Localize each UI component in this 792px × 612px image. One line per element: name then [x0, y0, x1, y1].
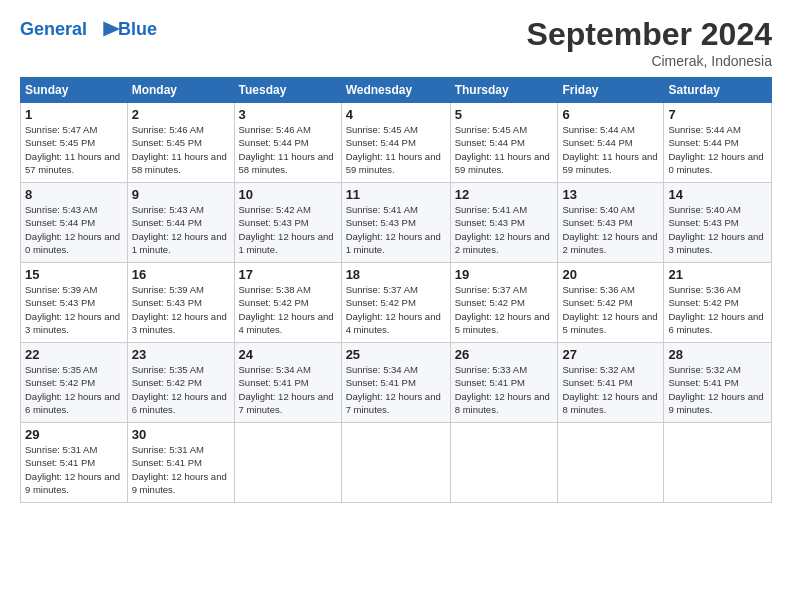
calendar-day-header: Monday: [127, 78, 234, 103]
day-info: Sunrise: 5:44 AMSunset: 5:44 PMDaylight:…: [668, 124, 763, 175]
day-number: 27: [562, 347, 659, 362]
calendar-day-cell: [234, 423, 341, 503]
day-number: 3: [239, 107, 337, 122]
day-number: 6: [562, 107, 659, 122]
day-info: Sunrise: 5:41 AMSunset: 5:43 PMDaylight:…: [455, 204, 550, 255]
calendar-day-header: Thursday: [450, 78, 558, 103]
calendar-day-cell: 15 Sunrise: 5:39 AMSunset: 5:43 PMDaylig…: [21, 263, 128, 343]
day-info: Sunrise: 5:34 AMSunset: 5:41 PMDaylight:…: [239, 364, 334, 415]
calendar-day-cell: 14 Sunrise: 5:40 AMSunset: 5:43 PMDaylig…: [664, 183, 772, 263]
day-number: 2: [132, 107, 230, 122]
calendar-day-cell: 8 Sunrise: 5:43 AMSunset: 5:44 PMDayligh…: [21, 183, 128, 263]
day-number: 19: [455, 267, 554, 282]
day-number: 14: [668, 187, 767, 202]
day-info: Sunrise: 5:43 AMSunset: 5:44 PMDaylight:…: [25, 204, 120, 255]
day-number: 13: [562, 187, 659, 202]
logo-text: General: [20, 16, 122, 44]
day-number: 9: [132, 187, 230, 202]
day-info: Sunrise: 5:38 AMSunset: 5:42 PMDaylight:…: [239, 284, 334, 335]
calendar-header-row: SundayMondayTuesdayWednesdayThursdayFrid…: [21, 78, 772, 103]
calendar-week-row: 8 Sunrise: 5:43 AMSunset: 5:44 PMDayligh…: [21, 183, 772, 263]
day-number: 21: [668, 267, 767, 282]
day-info: Sunrise: 5:44 AMSunset: 5:44 PMDaylight:…: [562, 124, 657, 175]
day-info: Sunrise: 5:32 AMSunset: 5:41 PMDaylight:…: [562, 364, 657, 415]
day-number: 28: [668, 347, 767, 362]
day-info: Sunrise: 5:36 AMSunset: 5:42 PMDaylight:…: [668, 284, 763, 335]
day-number: 16: [132, 267, 230, 282]
day-number: 1: [25, 107, 123, 122]
calendar-day-cell: 9 Sunrise: 5:43 AMSunset: 5:44 PMDayligh…: [127, 183, 234, 263]
day-number: 22: [25, 347, 123, 362]
day-number: 12: [455, 187, 554, 202]
day-info: Sunrise: 5:39 AMSunset: 5:43 PMDaylight:…: [25, 284, 120, 335]
day-info: Sunrise: 5:37 AMSunset: 5:42 PMDaylight:…: [455, 284, 550, 335]
day-info: Sunrise: 5:41 AMSunset: 5:43 PMDaylight:…: [346, 204, 441, 255]
day-number: 11: [346, 187, 446, 202]
calendar-body: 1 Sunrise: 5:47 AMSunset: 5:45 PMDayligh…: [21, 103, 772, 503]
calendar-day-cell: 2 Sunrise: 5:46 AMSunset: 5:45 PMDayligh…: [127, 103, 234, 183]
day-info: Sunrise: 5:33 AMSunset: 5:41 PMDaylight:…: [455, 364, 550, 415]
day-number: 24: [239, 347, 337, 362]
calendar-day-cell: 30 Sunrise: 5:31 AMSunset: 5:41 PMDaylig…: [127, 423, 234, 503]
calendar-day-header: Saturday: [664, 78, 772, 103]
day-info: Sunrise: 5:37 AMSunset: 5:42 PMDaylight:…: [346, 284, 441, 335]
calendar-day-cell: 26 Sunrise: 5:33 AMSunset: 5:41 PMDaylig…: [450, 343, 558, 423]
day-number: 29: [25, 427, 123, 442]
calendar-day-cell: 23 Sunrise: 5:35 AMSunset: 5:42 PMDaylig…: [127, 343, 234, 423]
calendar-day-header: Sunday: [21, 78, 128, 103]
day-info: Sunrise: 5:46 AMSunset: 5:45 PMDaylight:…: [132, 124, 227, 175]
calendar-day-cell: 18 Sunrise: 5:37 AMSunset: 5:42 PMDaylig…: [341, 263, 450, 343]
calendar-day-cell: 17 Sunrise: 5:38 AMSunset: 5:42 PMDaylig…: [234, 263, 341, 343]
location: Cimerak, Indonesia: [527, 53, 772, 69]
logo-blue: Blue: [118, 20, 157, 40]
day-info: Sunrise: 5:35 AMSunset: 5:42 PMDaylight:…: [132, 364, 227, 415]
day-number: 17: [239, 267, 337, 282]
calendar-day-cell: [341, 423, 450, 503]
page: General Blue September 2024 Cimerak, Ind…: [0, 0, 792, 612]
calendar-day-cell: [450, 423, 558, 503]
calendar-day-cell: 4 Sunrise: 5:45 AMSunset: 5:44 PMDayligh…: [341, 103, 450, 183]
calendar-day-cell: 29 Sunrise: 5:31 AMSunset: 5:41 PMDaylig…: [21, 423, 128, 503]
day-info: Sunrise: 5:34 AMSunset: 5:41 PMDaylight:…: [346, 364, 441, 415]
day-number: 7: [668, 107, 767, 122]
day-number: 26: [455, 347, 554, 362]
calendar-day-cell: 3 Sunrise: 5:46 AMSunset: 5:44 PMDayligh…: [234, 103, 341, 183]
calendar-day-header: Friday: [558, 78, 664, 103]
calendar-day-cell: 28 Sunrise: 5:32 AMSunset: 5:41 PMDaylig…: [664, 343, 772, 423]
calendar-day-cell: 5 Sunrise: 5:45 AMSunset: 5:44 PMDayligh…: [450, 103, 558, 183]
calendar-day-cell: 22 Sunrise: 5:35 AMSunset: 5:42 PMDaylig…: [21, 343, 128, 423]
calendar-day-cell: 27 Sunrise: 5:32 AMSunset: 5:41 PMDaylig…: [558, 343, 664, 423]
calendar-day-cell: 7 Sunrise: 5:44 AMSunset: 5:44 PMDayligh…: [664, 103, 772, 183]
calendar-table: SundayMondayTuesdayWednesdayThursdayFrid…: [20, 77, 772, 503]
day-info: Sunrise: 5:32 AMSunset: 5:41 PMDaylight:…: [668, 364, 763, 415]
day-info: Sunrise: 5:40 AMSunset: 5:43 PMDaylight:…: [562, 204, 657, 255]
calendar-week-row: 15 Sunrise: 5:39 AMSunset: 5:43 PMDaylig…: [21, 263, 772, 343]
calendar-day-cell: 12 Sunrise: 5:41 AMSunset: 5:43 PMDaylig…: [450, 183, 558, 263]
day-info: Sunrise: 5:42 AMSunset: 5:43 PMDaylight:…: [239, 204, 334, 255]
day-number: 5: [455, 107, 554, 122]
day-info: Sunrise: 5:43 AMSunset: 5:44 PMDaylight:…: [132, 204, 227, 255]
calendar-day-cell: 24 Sunrise: 5:34 AMSunset: 5:41 PMDaylig…: [234, 343, 341, 423]
header: General Blue September 2024 Cimerak, Ind…: [20, 16, 772, 69]
day-info: Sunrise: 5:39 AMSunset: 5:43 PMDaylight:…: [132, 284, 227, 335]
calendar-day-header: Tuesday: [234, 78, 341, 103]
calendar-day-cell: 13 Sunrise: 5:40 AMSunset: 5:43 PMDaylig…: [558, 183, 664, 263]
calendar-day-cell: 16 Sunrise: 5:39 AMSunset: 5:43 PMDaylig…: [127, 263, 234, 343]
day-number: 30: [132, 427, 230, 442]
day-number: 25: [346, 347, 446, 362]
day-info: Sunrise: 5:40 AMSunset: 5:43 PMDaylight:…: [668, 204, 763, 255]
day-number: 23: [132, 347, 230, 362]
calendar-day-cell: 11 Sunrise: 5:41 AMSunset: 5:43 PMDaylig…: [341, 183, 450, 263]
calendar-day-cell: 19 Sunrise: 5:37 AMSunset: 5:42 PMDaylig…: [450, 263, 558, 343]
month-title: September 2024: [527, 16, 772, 53]
title-block: September 2024 Cimerak, Indonesia: [527, 16, 772, 69]
calendar-day-cell: 21 Sunrise: 5:36 AMSunset: 5:42 PMDaylig…: [664, 263, 772, 343]
calendar-week-row: 22 Sunrise: 5:35 AMSunset: 5:42 PMDaylig…: [21, 343, 772, 423]
calendar-day-cell: 20 Sunrise: 5:36 AMSunset: 5:42 PMDaylig…: [558, 263, 664, 343]
day-info: Sunrise: 5:45 AMSunset: 5:44 PMDaylight:…: [346, 124, 441, 175]
day-number: 20: [562, 267, 659, 282]
day-number: 15: [25, 267, 123, 282]
calendar-day-cell: 1 Sunrise: 5:47 AMSunset: 5:45 PMDayligh…: [21, 103, 128, 183]
calendar-day-header: Wednesday: [341, 78, 450, 103]
calendar-day-cell: 6 Sunrise: 5:44 AMSunset: 5:44 PMDayligh…: [558, 103, 664, 183]
